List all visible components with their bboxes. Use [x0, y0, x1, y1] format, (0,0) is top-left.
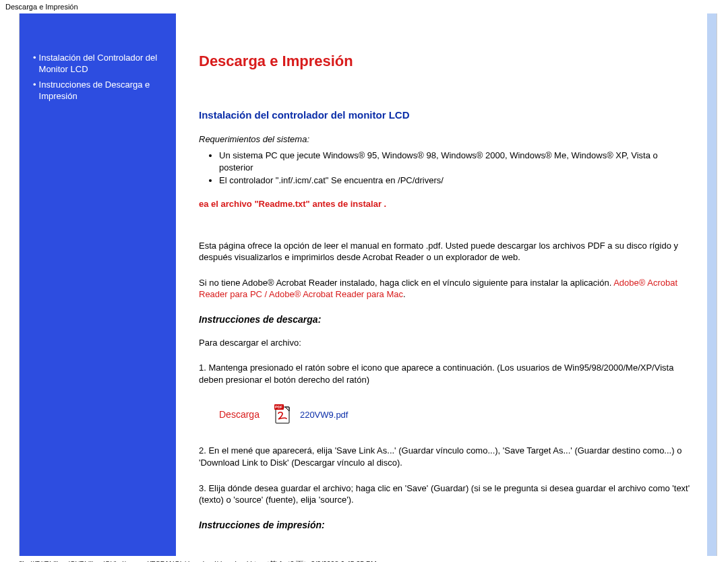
download-step-1: 1. Mantenga presionado el ratón sobre el…: [199, 362, 691, 385]
acrobat-text-prefix: Si no tiene Adobe® Acrobat Reader instal…: [199, 278, 613, 288]
pdf-download[interactable]: PDF 220VW9.pdf: [274, 404, 348, 425]
pdf-filename-link[interactable]: 220VW9.pdf: [300, 410, 348, 420]
sidebar-item-label: Instalación del Controlador del Monitor …: [39, 53, 172, 75]
bullet-icon: •: [33, 53, 36, 64]
subheading-print-instructions: Instrucciones de impresión:: [199, 520, 691, 530]
download-step-2: 2. En el mené que aparecerá, elija 'Save…: [199, 445, 691, 468]
page-wrap: • Instalación del Controlador del Monito…: [19, 13, 717, 556]
footer-path: file:///D|/Philips (G)/Philips (G)/lcd/m…: [0, 556, 728, 562]
sidebar-item-label: Instrucciones de Descarga e Impresión: [39, 80, 172, 102]
left-accent-strip: [20, 13, 29, 556]
acrobat-text-suffix: .: [403, 289, 406, 299]
separator: /: [262, 289, 269, 299]
main-content: Descarga e Impresión Instalación del con…: [176, 13, 707, 556]
download-step-3: 3. Elija dónde desea guardar el archivo;…: [199, 482, 691, 506]
download-intro: Para descargar el archivo:: [199, 337, 691, 349]
requirement-item: El controlador ".inf/.icm/.cat" Se encue…: [219, 175, 691, 187]
sidebar-list: • Instalación del Controlador del Monito…: [33, 53, 172, 102]
requirements-list: Un sistema PC que jecute Windows® 95, Wi…: [219, 150, 691, 187]
pdf-icon: PDF: [274, 404, 293, 425]
readme-warning: ea el archivo "Readme.txt" antes de inst…: [199, 199, 691, 209]
section-heading-install: Instalación del controlador del monitor …: [199, 109, 691, 121]
page-title: Descarga e Impresión: [199, 53, 691, 70]
paragraph-pdf-info: Esta página ofrece la opción de leer el …: [199, 240, 691, 263]
download-label: Descarga: [219, 409, 260, 420]
sidebar: • Instalación del Controlador del Monito…: [29, 13, 176, 556]
requirement-item: Un sistema PC que jecute Windows® 95, Wi…: [219, 150, 691, 173]
bullet-icon: •: [33, 80, 36, 91]
window-header: Descarga e Impresión: [0, 0, 728, 13]
subheading-download-instructions: Instrucciones de descarga:: [199, 314, 691, 325]
requirements-heading: Requerimientos del sistema:: [199, 134, 691, 144]
right-accent-strip: [707, 13, 717, 556]
paragraph-acrobat-links: Si no tiene Adobe® Acrobat Reader instal…: [199, 277, 691, 301]
sidebar-item-install-driver[interactable]: • Instalación del Controlador del Monito…: [33, 53, 172, 75]
download-row: Descarga PDF 220VW9.pdf: [219, 404, 691, 425]
acrobat-mac-link[interactable]: Adobe® Acrobat Reader para Mac: [269, 289, 403, 299]
sidebar-item-download-print[interactable]: • Instrucciones de Descarga e Impresión: [33, 80, 172, 102]
svg-text:PDF: PDF: [275, 405, 283, 409]
